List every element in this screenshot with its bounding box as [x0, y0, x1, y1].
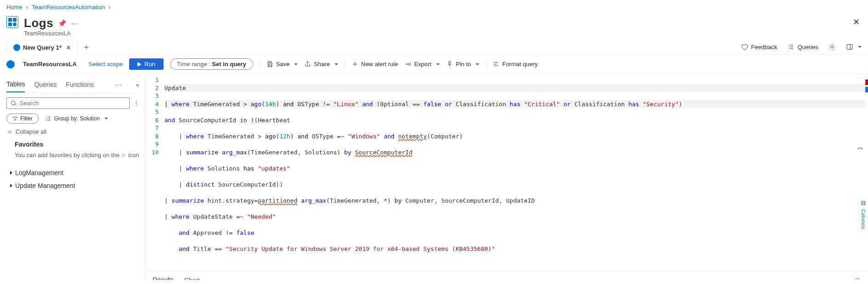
svg-point-3 — [855, 278, 859, 280]
export-button[interactable]: Export — [404, 61, 440, 68]
code-editor[interactable]: 12345678910 Update | where TimeGenerated… — [146, 74, 868, 271]
svg-rect-4 — [862, 201, 863, 205]
more-icon[interactable]: ⋯ — [115, 80, 122, 89]
pin-icon[interactable]: 📌 — [58, 19, 67, 28]
breadcrumb-home[interactable]: Home — [6, 4, 23, 11]
heart-icon — [741, 43, 748, 51]
svg-point-0 — [831, 46, 833, 48]
search-icon — [11, 100, 17, 107]
search-results-icon[interactable] — [854, 278, 862, 280]
tab-label: New Query 1* — [23, 44, 62, 51]
collapse-sidebar-icon[interactable]: « — [136, 81, 139, 88]
close-icon[interactable]: ✕ — [853, 17, 860, 27]
separator — [345, 59, 345, 69]
query-tabs: New Query 1* ✕ ＋ Feedback Queries — [0, 40, 868, 55]
separator — [260, 59, 260, 69]
more-icon[interactable]: ⋯ — [71, 19, 78, 28]
favorites-heading: Favorites — [15, 141, 139, 148]
svg-rect-6 — [865, 201, 866, 205]
collapse-icon — [6, 129, 13, 135]
svg-rect-5 — [863, 201, 864, 205]
tab-query[interactable]: New Query 1* ✕ — [6, 40, 78, 55]
svg-rect-1 — [847, 45, 852, 50]
breadcrumb: Home › TeamResourcesAutomation › — [0, 0, 868, 14]
time-range-pill[interactable]: Time range : Set in query — [170, 58, 253, 70]
query-icon — [13, 44, 20, 51]
breadcrumb-resource[interactable]: TeamResourcesAutomation — [32, 4, 105, 11]
pin-icon — [446, 61, 453, 68]
page-header: Logs 📌 ⋯ TeamResourcesLA ✕ — [0, 14, 868, 40]
share-button[interactable]: Share — [304, 61, 338, 68]
results-tabs: Results Chart — [146, 271, 868, 280]
queries-link[interactable]: Queries — [787, 43, 818, 51]
filter-button[interactable]: Filter — [6, 114, 39, 124]
code-lines[interactable]: Update | where TimeGenerated > ago(14h) … — [165, 76, 865, 269]
group-by-dropdown[interactable]: Group by: Solution — [45, 115, 108, 122]
page-title: Logs — [24, 16, 53, 30]
sidebar-search[interactable] — [6, 97, 130, 109]
format-query-button[interactable]: Format query — [493, 61, 538, 68]
format-icon — [493, 61, 499, 68]
run-button[interactable]: Run — [129, 58, 164, 70]
list-icon — [787, 43, 794, 51]
filter-icon — [12, 116, 18, 121]
line-gutter: 12345678910 — [146, 76, 165, 269]
panel-icon[interactable] — [846, 43, 862, 51]
settings-icon[interactable] — [828, 43, 836, 51]
sidebar-tabs: Tables Queries Functions ⋯ « — [6, 77, 139, 93]
scope-label: TeamResourcesLA — [23, 61, 77, 68]
separator — [486, 59, 486, 69]
editor-area: 12345678910 Update | where TimeGenerated… — [146, 74, 868, 280]
search-input[interactable] — [20, 100, 125, 107]
columns-icon — [861, 200, 866, 206]
results-tab-results[interactable]: Results — [153, 276, 174, 280]
export-icon — [404, 61, 411, 68]
close-tab-icon[interactable]: ✕ — [66, 45, 71, 51]
svg-point-2 — [11, 101, 15, 104]
group-icon — [45, 115, 51, 122]
workspace-icon — [6, 60, 15, 68]
results-tab-chart[interactable]: Chart — [184, 277, 200, 280]
columns-panel-toggle[interactable]: Columns — [858, 198, 868, 232]
favorites-hint: You can add favorites by clicking on the… — [15, 151, 139, 160]
page-subtitle: TeamResourcesLA — [24, 30, 78, 37]
select-scope-link[interactable]: Select scope — [89, 61, 123, 68]
plus-icon — [352, 61, 358, 68]
sidebar-tab-queries[interactable]: Queries — [34, 77, 57, 92]
chevron-right-icon: › — [109, 4, 111, 11]
main-area: Tables Queries Functions ⋯ « ⋮ Filter Gr… — [0, 74, 868, 280]
logs-icon — [6, 16, 18, 28]
error-marker — [865, 80, 868, 85]
tree-item-updatemanagement[interactable]: Update Management — [6, 179, 139, 192]
sidebar-tab-functions[interactable]: Functions — [66, 77, 94, 92]
collapse-all-button[interactable]: Collapse all — [6, 128, 139, 135]
tree-item-logmanagement[interactable]: LogManagement — [6, 166, 139, 179]
info-marker — [865, 87, 868, 92]
minimap[interactable] — [865, 76, 868, 269]
new-alert-button[interactable]: New alert rule — [352, 61, 398, 68]
sidebar-tab-tables[interactable]: Tables — [6, 77, 25, 92]
pin-to-button[interactable]: Pin to — [446, 61, 479, 68]
save-icon — [267, 61, 273, 68]
add-tab-button[interactable]: ＋ — [82, 41, 91, 52]
collapse-editor-icon[interactable]: ︽ — [857, 143, 863, 151]
feedback-link[interactable]: Feedback — [741, 43, 777, 51]
more-icon[interactable]: ⋮ — [133, 100, 139, 107]
chevron-right-icon: › — [26, 4, 28, 11]
query-toolbar: TeamResourcesLA Select scope Run Time ra… — [0, 55, 868, 74]
share-icon — [304, 61, 311, 68]
save-button[interactable]: Save — [267, 61, 298, 68]
sidebar: Tables Queries Functions ⋯ « ⋮ Filter Gr… — [0, 74, 146, 280]
